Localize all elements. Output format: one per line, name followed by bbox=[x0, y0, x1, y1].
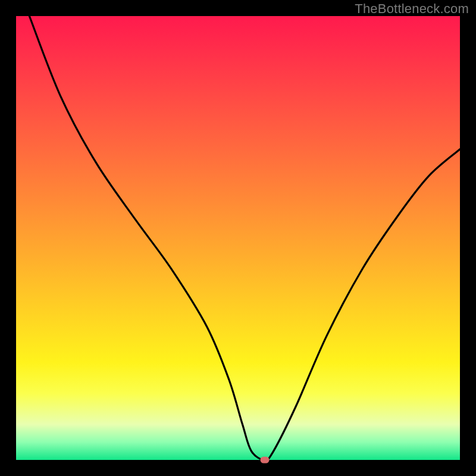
watermark-label: TheBottleneck.com bbox=[355, 1, 469, 17]
bottleneck-marker bbox=[260, 457, 269, 464]
chart-frame: TheBottleneck.com bbox=[0, 0, 476, 476]
plot-area bbox=[16, 16, 460, 460]
bottleneck-curve bbox=[16, 16, 460, 460]
